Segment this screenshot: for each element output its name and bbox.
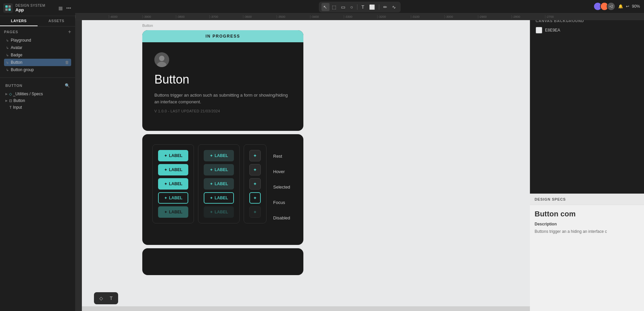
- ruler-mark-14: -2700: [545, 15, 579, 18]
- button-rest-filled[interactable]: ✦ LABEL: [158, 150, 188, 161]
- buttons-inner: ✦ LABEL ✦ LABEL ✦ LABEL ✦ LABEL: [142, 134, 303, 240]
- button-selected-outline[interactable]: ✦ LABEL: [204, 178, 234, 190]
- ruler-mark-9: -3200: [377, 15, 411, 18]
- tool-divider: [357, 4, 357, 10]
- sidebar-item-badge[interactable]: ↳ Badge: [4, 51, 71, 59]
- icon-button-disabled[interactable]: ✦: [249, 206, 261, 218]
- icon-button-selected[interactable]: ✦: [249, 178, 261, 190]
- tab-assets[interactable]: ASSETS: [38, 16, 75, 26]
- tab-layers[interactable]: LAYERS: [0, 16, 38, 26]
- page-delete-icon[interactable]: 🗑: [65, 60, 69, 65]
- bottom-scrollbar[interactable]: [82, 306, 530, 311]
- frame-title: Button: [154, 72, 291, 87]
- frame-version: V 1.0.0 - LAST UPDATED 21/03/2024: [154, 109, 291, 113]
- ruler-mark-2: -3900: [142, 15, 176, 18]
- pages-section: PAGES + ↳ Playground ↳ Avatar ↳ Badge ↳ …: [0, 27, 75, 76]
- button-rest-outline[interactable]: ✦ LABEL: [204, 150, 234, 161]
- icon-button-focus[interactable]: ✦: [249, 192, 261, 204]
- pages-header: PAGES +: [4, 29, 71, 35]
- select-tool-button[interactable]: ↖: [321, 3, 329, 11]
- sidebar: DESIGN SYSTEM App ▦ ••• LAYERS ASSETS PA…: [0, 0, 75, 311]
- button-disabled-outline[interactable]: ✦ LABEL: [204, 206, 234, 218]
- layer-label-utilities: _Utilities / Specs: [13, 92, 43, 96]
- frame-tool-button[interactable]: ⬚: [330, 3, 338, 11]
- button-disabled-filled[interactable]: ✦ LABEL: [158, 206, 188, 218]
- ruler-mark-13: -2800: [511, 15, 545, 18]
- app-title: DESIGN SYSTEM App: [15, 4, 45, 12]
- button-label-9: LABEL: [215, 196, 228, 200]
- zoom-level[interactable]: 90%: [632, 4, 640, 9]
- page-icon-playground: ↳: [6, 39, 9, 42]
- status-text: IN PROGRESS: [205, 34, 240, 39]
- sidebar-item-button[interactable]: ↳ Button 🗑: [4, 59, 71, 66]
- sparkle-icon-7: ✦: [210, 168, 213, 172]
- history-button[interactable]: ↩: [626, 4, 629, 9]
- pen-tool-button[interactable]: ✏: [381, 3, 389, 11]
- more-options-button[interactable]: •••: [65, 5, 72, 11]
- bottom-tool-shape[interactable]: ◇: [98, 294, 104, 302]
- canvas-bg-value: E8E9EA: [545, 28, 560, 33]
- ruler-mark-11: -3000: [444, 15, 478, 18]
- notification-button[interactable]: 🔔: [618, 4, 623, 9]
- bottom-tool-text[interactable]: T: [108, 294, 114, 302]
- icon-buttons-column: ✦ ✦ ✦ ✦ ✦: [244, 144, 266, 223]
- layers-section-header: BUTTON 🔍: [4, 82, 71, 89]
- ruler-mark-10: -3100: [411, 15, 444, 18]
- frame-avatar: [154, 52, 169, 67]
- ellipse-tool-button[interactable]: ○: [348, 3, 355, 11]
- specs-component-title: Button com: [535, 210, 639, 218]
- state-selected-label: Selected: [273, 180, 290, 193]
- ruler-mark-7: -3400: [310, 15, 344, 18]
- button-focus-filled[interactable]: ✦ LABEL: [158, 192, 188, 204]
- canvas-label: Button: [142, 23, 153, 28]
- layers-search-button[interactable]: 🔍: [65, 83, 70, 88]
- text-tool-button[interactable]: T: [359, 3, 366, 11]
- button-label-1: LABEL: [169, 153, 183, 158]
- icon-button-hover[interactable]: ✦: [249, 164, 261, 175]
- state-labels: Rest Hover Selected Focus Disabled: [270, 144, 293, 229]
- toolbar-center: ↖ ⬚ ▭ ○ T ⬜ ✏ ∿: [318, 2, 400, 12]
- ruler-mark-1: -4000: [109, 15, 142, 18]
- sidebar-item-button-group[interactable]: ↳ Button group: [4, 66, 71, 73]
- layer-item-button[interactable]: ▶ ⊡ Button: [4, 97, 71, 104]
- svg-rect-3: [8, 8, 11, 11]
- svg-rect-2: [5, 8, 8, 11]
- button-hover-outline[interactable]: ✦ LABEL: [204, 164, 234, 175]
- app-logo: [3, 3, 13, 13]
- svg-rect-1: [8, 5, 11, 8]
- sidebar-item-avatar[interactable]: ↳ Avatar: [4, 44, 71, 51]
- specs-body: Button com Description Buttons trigger a…: [530, 205, 644, 239]
- button-label-7: LABEL: [215, 167, 228, 172]
- image-tool-button[interactable]: ⬜: [367, 3, 377, 11]
- add-page-button[interactable]: +: [68, 29, 71, 35]
- sidebar-header: DESIGN SYSTEM App ▦ •••: [0, 0, 75, 16]
- canvas-bg-swatch[interactable]: [536, 27, 542, 34]
- sparkle-icon-2: ✦: [164, 168, 167, 172]
- grid-view-button[interactable]: ▦: [58, 5, 63, 11]
- layer-item-input[interactable]: T Input: [4, 104, 71, 111]
- pencil-tool-button[interactable]: ∿: [390, 3, 398, 11]
- bottom-toolbar: ◇ T: [94, 292, 118, 304]
- page-icon-button: ↳: [6, 61, 9, 64]
- icon-button-rest[interactable]: ✦: [249, 150, 261, 161]
- sidebar-header-actions: ▦ •••: [58, 5, 72, 11]
- button-selected-filled[interactable]: ✦ LABEL: [158, 178, 188, 190]
- button-hover-filled[interactable]: ✦ LABEL: [158, 164, 188, 175]
- pages-label: PAGES: [4, 30, 18, 34]
- button-label-5: LABEL: [169, 210, 183, 214]
- button-focus-outline[interactable]: ✦ LABEL: [204, 192, 234, 204]
- ruler-top: -4000 -3900 -3800 -3700 -3600 -3500 -340…: [75, 13, 644, 20]
- button-label-8: LABEL: [215, 182, 228, 186]
- page-label-badge: Badge: [11, 53, 22, 57]
- frame-info-card: IN PROGRESS Button Buttons trigger an ac…: [142, 30, 303, 131]
- layer-label-input: Input: [13, 105, 22, 110]
- layer-item-utilities-specs[interactable]: ▶ ◇ _Utilities / Specs: [4, 91, 71, 97]
- button-label-3: LABEL: [169, 182, 183, 186]
- utilities-icon: ◇: [9, 92, 12, 96]
- main-canvas[interactable]: Button IN PROGRESS Button Buttons trigge…: [82, 20, 530, 311]
- sidebar-item-playground[interactable]: ↳ Playground: [4, 37, 71, 44]
- sparkle-icon-3: ✦: [164, 182, 167, 186]
- rect-tool-button[interactable]: ▭: [339, 3, 347, 11]
- sparkle-icon-5: ✦: [164, 210, 167, 214]
- page-label-button-group: Button group: [11, 67, 34, 72]
